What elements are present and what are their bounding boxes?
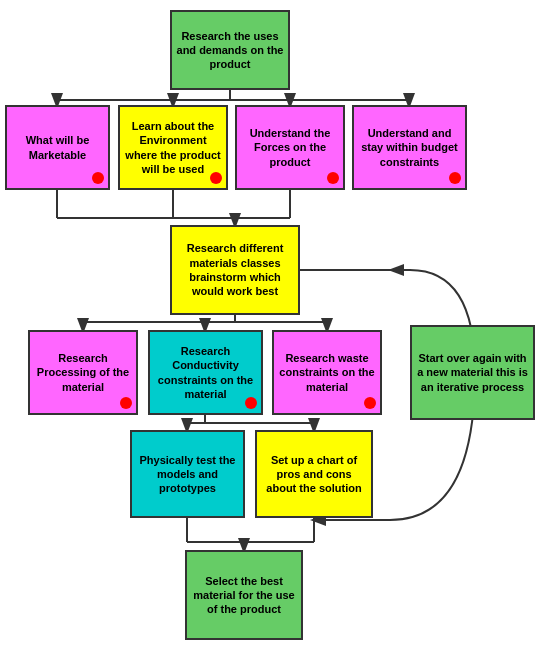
forces-box: Understand the Forces on the product xyxy=(235,105,345,190)
red-dot xyxy=(210,172,222,184)
conductivity-box: Research Conductivity constraints on the… xyxy=(148,330,263,415)
red-dot xyxy=(364,397,376,409)
waste-box: Research waste constraints on the materi… xyxy=(272,330,382,415)
what-marketable-box: What will be Marketable xyxy=(5,105,110,190)
red-dot xyxy=(92,172,104,184)
budget-box: Understand and stay within budget constr… xyxy=(352,105,467,190)
top-box: Research the uses and demands on the pro… xyxy=(170,10,290,90)
red-dot xyxy=(245,397,257,409)
pros-cons-box: Set up a chart of pros and cons about th… xyxy=(255,430,373,518)
red-dot xyxy=(449,172,461,184)
start-over-box: Start over again with a new material thi… xyxy=(410,325,535,420)
select-material-box: Select the best material for the use of … xyxy=(185,550,303,640)
processing-box: Research Processing of the material xyxy=(28,330,138,415)
red-dot xyxy=(120,397,132,409)
red-dot xyxy=(327,172,339,184)
physical-test-box: Physically test the models and prototype… xyxy=(130,430,245,518)
environment-box: Learn about the Environment where the pr… xyxy=(118,105,228,190)
materials-class-box: Research different materials classes bra… xyxy=(170,225,300,315)
